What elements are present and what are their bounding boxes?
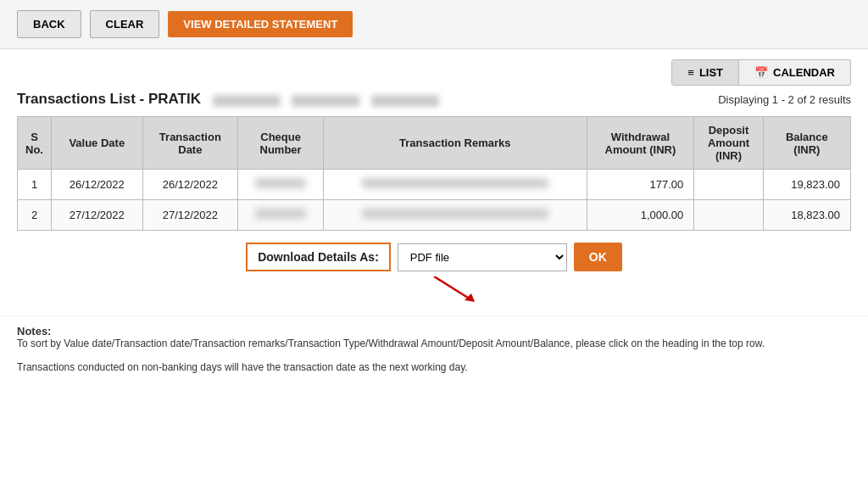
cell-remarks [324, 200, 587, 231]
arrow-indicator [17, 276, 851, 302]
col-cheque-number[interactable]: ChequeNumber [238, 117, 324, 170]
table-row: 227/12/202227/12/20221,000.0018,823.00 [18, 200, 851, 231]
table-header-row: Transactions List - PRATIK Displaying 1 … [17, 91, 851, 108]
top-bar: BACK CLEAR VIEW DETAILED STATEMENT [0, 0, 868, 49]
cell-deposit [694, 170, 763, 200]
cell-balance: 18,823.00 [763, 200, 850, 231]
cell-transaction-date: 27/12/2022 [142, 200, 238, 231]
red-arrow-icon [383, 276, 485, 302]
notes-heading: Notes: [17, 325, 51, 338]
cell-cheque [238, 170, 324, 200]
download-format-select[interactable]: PDF fileExcel fileCSV file [398, 243, 567, 271]
cell-withdrawal: 177.00 [587, 170, 694, 200]
col-value-date[interactable]: Value Date [52, 117, 143, 170]
col-deposit[interactable]: DepositAmount(INR) [694, 117, 763, 170]
masked-account-info2 [292, 95, 359, 107]
masked-account-info [213, 95, 281, 107]
cell-value-date: 27/12/2022 [52, 200, 143, 231]
clear-button[interactable]: CLEAR [90, 10, 160, 38]
download-row: Download Details As: PDF fileExcel fileC… [17, 243, 851, 271]
table-row: 126/12/202226/12/2022177.0019,823.00 [18, 170, 851, 200]
col-withdrawal[interactable]: WithdrawalAmount (INR) [587, 117, 694, 170]
main-content: Transactions List - PRATIK Displaying 1 … [0, 91, 868, 315]
calendar-toggle-button[interactable]: 📅 CALENDAR [739, 59, 851, 86]
cell-remarks [324, 170, 587, 200]
cell-balance: 19,823.00 [763, 170, 850, 200]
svg-line-0 [434, 276, 468, 298]
page-title: Transactions List - PRATIK [17, 91, 439, 108]
notes-line2: Transactions conducted on non-banking da… [17, 361, 851, 373]
cell-cheque [238, 200, 324, 231]
cell-withdrawal: 1,000.00 [587, 200, 694, 231]
view-toggle-bar: ≡ LIST 📅 CALENDAR [0, 49, 868, 91]
cell-value-date: 26/12/2022 [52, 170, 143, 200]
calendar-label: CALENDAR [773, 66, 835, 79]
masked-account-info3 [371, 95, 439, 107]
results-count: Displaying 1 - 2 of 2 results [718, 93, 851, 106]
table-header-row: SNo. Value Date TransactionDate ChequeNu… [18, 117, 851, 170]
page-title-text: Transactions List - PRATIK [17, 91, 201, 107]
col-transaction-remarks[interactable]: Transaction Remarks [324, 117, 587, 170]
cell-sno: 1 [18, 170, 52, 200]
list-label: LIST [699, 66, 723, 79]
download-label: Download Details As: [246, 243, 391, 271]
transactions-table: SNo. Value Date TransactionDate ChequeNu… [17, 116, 851, 231]
list-icon: ≡ [687, 66, 694, 79]
back-button[interactable]: BACK [17, 10, 81, 38]
ok-button[interactable]: OK [574, 243, 622, 271]
view-statement-button[interactable]: VIEW DETAILED STATEMENT [168, 11, 353, 37]
calendar-icon: 📅 [754, 66, 768, 79]
notes-line1: To sort by Value date/Transaction date/T… [17, 338, 851, 349]
notes-section: Notes: To sort by Value date/Transaction… [0, 315, 868, 373]
col-balance[interactable]: Balance(INR) [763, 117, 850, 170]
list-toggle-button[interactable]: ≡ LIST [671, 59, 739, 86]
col-transaction-date[interactable]: TransactionDate [142, 117, 238, 170]
cell-sno: 2 [18, 200, 52, 231]
cell-deposit [694, 200, 763, 231]
col-sno[interactable]: SNo. [18, 117, 52, 170]
cell-transaction-date: 26/12/2022 [142, 170, 238, 200]
